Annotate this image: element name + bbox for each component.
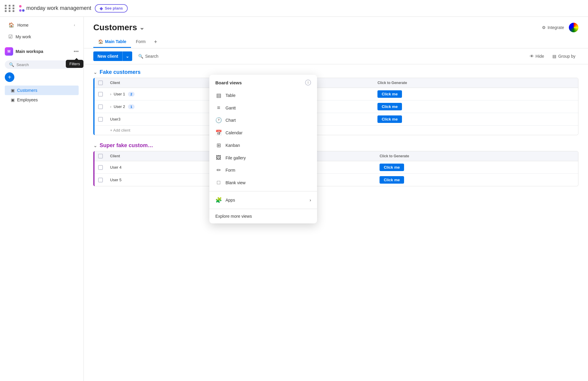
group-by-label: Group by <box>558 54 575 59</box>
user-avatar-header[interactable] <box>569 23 578 32</box>
table-header-row-2: Client Scan to Open Click to Generate <box>95 151 578 161</box>
board-view-blank[interactable]: □ Blank view <box>209 176 317 189</box>
group-title-fake-customers[interactable]: Fake customers <box>100 69 141 75</box>
cell-click-user5: Click me <box>376 174 578 186</box>
tab-main-table-label: Main Table <box>105 39 126 44</box>
sidebar-item-mywork[interactable]: ☑ My work <box>2 31 81 42</box>
tab-add-button[interactable]: + <box>150 36 161 48</box>
explore-views-label: Explore more views <box>215 214 252 219</box>
board-view-gantt[interactable]: ≡ Gantt <box>209 102 317 114</box>
add-client-button-1[interactable]: + Add client <box>110 128 130 132</box>
table-row: › User 1 2 Click me <box>95 88 578 100</box>
header-checkbox[interactable] <box>98 80 103 85</box>
new-client-button-group: New client ⌄ <box>93 51 132 61</box>
board-view-calendar[interactable]: 📅 Calendar <box>209 127 317 139</box>
board-view-file-gallery-label: File gallery <box>226 156 246 160</box>
workspace-header[interactable]: M Main workspa ••• <box>0 45 83 58</box>
board-view-chart[interactable]: 🕐 Chart <box>209 114 317 127</box>
board-view-kanban-label: Kanban <box>226 143 240 148</box>
board-view-chart-label: Chart <box>226 118 236 123</box>
board-views-divider <box>209 191 317 191</box>
group-collapse-icon-2[interactable]: ⌄ <box>93 143 97 148</box>
table-row: User 5 ⊕ ▦ Click me <box>95 174 578 186</box>
board-view-form-label: Form <box>226 168 235 173</box>
tab-form-label: Form <box>136 39 146 44</box>
header-actions: ⚙ Integrate <box>542 23 578 32</box>
kanban-icon: ⊞ <box>215 142 222 149</box>
integrate-button[interactable]: ⚙ Integrate <box>542 25 564 30</box>
workspace-more-icon[interactable]: ••• <box>74 49 79 54</box>
row-checkbox-user4[interactable] <box>98 165 103 170</box>
header-checkbox-cell-2 <box>95 151 106 161</box>
sidebar-item-employees[interactable]: ▣ Employees <box>5 95 79 105</box>
row-checkbox-user5[interactable] <box>98 178 103 182</box>
content-header: Customers ⌄ ⚙ Integrate 🏠 Main Table <box>84 17 588 48</box>
group-icon: ▤ <box>552 54 556 59</box>
board-view-file-gallery[interactable]: 🖼 File gallery <box>209 152 317 164</box>
chevron-down-icon: ⌄ <box>126 54 129 59</box>
table-header-row: Client Open Click to Generate <box>95 78 578 88</box>
group-by-toolbar-button[interactable]: ▤ Group by <box>549 52 578 60</box>
board-title[interactable]: Customers ⌄ <box>93 23 144 32</box>
board-view-apps[interactable]: 🧩 Apps › <box>209 194 317 206</box>
logo-dots <box>19 5 25 12</box>
new-client-main-button[interactable]: New client <box>93 51 123 61</box>
click-me-button-user5[interactable]: Click me <box>380 176 404 184</box>
super-fake-customers-table: Client Scan to Open Click to Generate Us… <box>95 151 578 186</box>
toolbar: New client ⌄ 🔍 Search 👁 Hide ▤ Group by <box>84 48 588 64</box>
board-view-kanban[interactable]: ⊞ Kanban <box>209 139 317 152</box>
home-icon: 🏠 <box>8 22 14 28</box>
sidebar-nav: 🏠 Home ‹ ☑ My work <box>0 17 83 45</box>
sidebar-item-mywork-label: My work <box>16 34 31 39</box>
cell-click-user4: Click me <box>376 161 578 174</box>
row-checkbox-user1[interactable] <box>98 92 103 97</box>
group-header-super-fake: ⌄ Super fake custom… <box>93 142 578 149</box>
header-checkbox-cell <box>95 78 106 88</box>
see-plans-button[interactable]: ◆ See plans <box>95 4 128 13</box>
sidebar-collapse-icon[interactable]: ‹ <box>74 23 75 27</box>
board-view-form[interactable]: ✏ Form <box>209 164 317 176</box>
row-checkbox-user3[interactable] <box>98 117 103 122</box>
search-toolbar-button[interactable]: 🔍 Search <box>135 52 162 60</box>
diamond-icon: ◆ <box>100 6 103 11</box>
cell-name-user5: User 5 <box>106 174 209 186</box>
board-views-info-icon[interactable]: i <box>305 80 311 86</box>
apps-grid-icon[interactable] <box>5 5 16 12</box>
click-me-button-user1[interactable]: Click me <box>377 90 402 98</box>
tabs: 🏠 Main Table Form + <box>93 36 578 48</box>
board-content: ⌄ Fake customers Client Open Click to Ge… <box>84 64 588 381</box>
search-toolbar-label: Search <box>145 54 158 59</box>
header-checkbox-2[interactable] <box>98 154 103 159</box>
sidebar: 🏠 Home ‹ ☑ My work M Main workspa ••• Fi… <box>0 17 84 381</box>
chart-icon: 🕐 <box>215 117 222 124</box>
sidebar-add-button[interactable]: + <box>5 72 14 82</box>
file-gallery-icon: 🖼 <box>215 155 222 161</box>
board-item-customers-label: Customers <box>17 88 37 93</box>
expand-icon-user2[interactable]: › <box>110 104 111 109</box>
row-checkbox-user2[interactable] <box>98 104 103 109</box>
sidebar-search-input[interactable] <box>16 63 67 67</box>
board-icon-customers: ▣ <box>11 88 15 93</box>
brand-name: monday work management <box>26 5 91 11</box>
new-client-dropdown-button[interactable]: ⌄ <box>123 51 132 61</box>
group-collapse-icon-1[interactable]: ⌄ <box>93 69 97 75</box>
board-icon-employees: ▣ <box>11 97 15 102</box>
sidebar-item-home-label: Home <box>17 23 28 28</box>
table-super-fake-customers: Client Scan to Open Click to Generate Us… <box>93 151 578 186</box>
title-chevron-icon[interactable]: ⌄ <box>139 24 144 31</box>
board-view-blank-label: Blank view <box>226 180 246 185</box>
click-me-button-user3[interactable]: Click me <box>377 115 402 123</box>
workspace-avatar: M <box>5 47 13 56</box>
hide-toolbar-button[interactable]: 👁 Hide <box>527 52 547 60</box>
expand-icon-user1[interactable]: › <box>110 92 111 96</box>
click-me-button-user4[interactable]: Click me <box>380 164 404 171</box>
tab-home-icon: 🏠 <box>98 39 103 44</box>
explore-more-views-button[interactable]: Explore more views <box>209 211 317 221</box>
group-title-super-fake[interactable]: Super fake custom… <box>100 142 153 149</box>
sidebar-item-home[interactable]: 🏠 Home ‹ <box>2 19 81 31</box>
tab-main-table[interactable]: 🏠 Main Table <box>93 36 131 48</box>
sidebar-item-customers[interactable]: ▣ Customers <box>5 86 79 95</box>
tab-form[interactable]: Form <box>131 36 150 48</box>
click-me-button-user2[interactable]: Click me <box>377 103 402 110</box>
board-view-table[interactable]: ▤ Table <box>209 89 317 102</box>
